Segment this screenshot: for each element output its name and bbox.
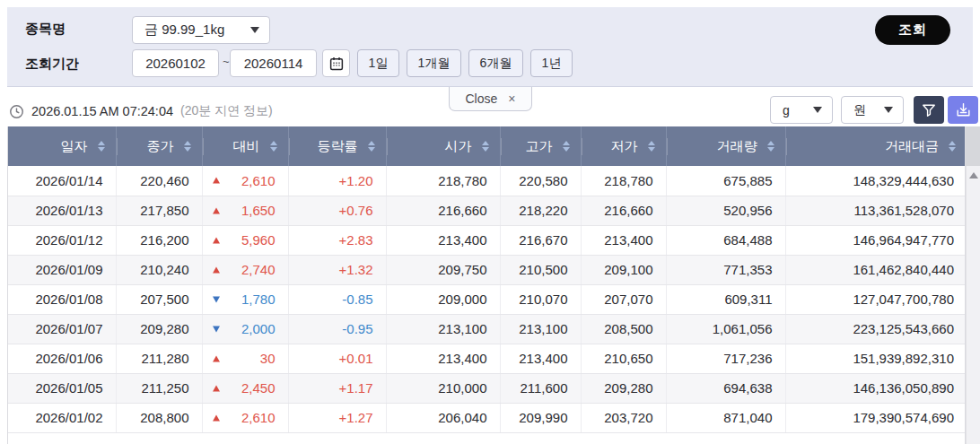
cell-rate: +1.32 [288, 255, 386, 284]
table-row: 2026/01/13217,8501,650+0.76216,660218,22… [8, 196, 966, 225]
cell-change: 1,780 [202, 284, 288, 314]
cell-change: 2,000 [202, 314, 288, 344]
close-icon[interactable]: × [508, 92, 515, 105]
column-header-rate[interactable]: 등락률 [288, 126, 386, 166]
table-row: 2026/01/07209,2802,000-0.95213,100213,10… [8, 314, 966, 344]
column-header-amount[interactable]: 거래대금 [785, 126, 966, 166]
cell-change: 2,610 [202, 403, 288, 432]
search-button[interactable]: 조회 [875, 15, 950, 45]
sort-icon[interactable] [98, 141, 105, 152]
cell-volume: 675,885 [666, 166, 785, 196]
column-header-volume[interactable]: 거래량 [666, 126, 785, 166]
cell-volume: 771,353 [666, 255, 785, 284]
cell-amount: 161,462,840,440 [785, 255, 966, 284]
cell-high: 213,100 [500, 314, 581, 344]
close-tab[interactable]: Close × [449, 87, 532, 111]
cell-high: 210,070 [500, 284, 581, 314]
cell-high: 213,400 [500, 344, 581, 373]
cell-date: 2026/01/12 [8, 225, 116, 255]
cell-low: 218,780 [581, 166, 666, 196]
table-row: 2026/01/02208,8002,610+1.27206,040209,99… [8, 403, 966, 432]
currency-unit-value: 원 [853, 102, 866, 118]
sort-icon[interactable] [949, 141, 956, 152]
table-header-row: 일자종가대비등락률시가고가저가거래량거래대금 [8, 126, 966, 166]
column-header-low[interactable]: 저가 [581, 126, 666, 166]
cell-high: 216,670 [500, 225, 581, 255]
query-form-panel: 종목명 금 99.99_1kg 조회 조회기간 ~ 1일 1개월 [7, 7, 973, 87]
cell-rate: +2.83 [288, 225, 386, 255]
period-1day-button[interactable]: 1일 [357, 49, 399, 77]
cell-volume: 684,488 [666, 225, 785, 255]
table-scrollbar[interactable] [966, 126, 980, 444]
cell-rate: -0.85 [288, 284, 386, 314]
date-from-input[interactable] [132, 49, 219, 77]
currency-unit-select[interactable]: 원 [841, 96, 904, 124]
cell-low: 209,100 [581, 255, 666, 284]
cell-open: 209,750 [386, 255, 500, 284]
cell-close: 209,280 [116, 314, 202, 344]
cell-date: 2026/01/07 [8, 314, 116, 344]
cell-amount: 127,047,700,780 [785, 284, 966, 314]
up-triangle-icon [213, 207, 220, 213]
period-1year-button[interactable]: 1년 [530, 49, 573, 77]
column-header-close[interactable]: 종가 [116, 126, 202, 166]
table-row: 2026/01/06211,28030+0.01213,400213,40021… [8, 344, 966, 373]
date-to-input[interactable] [230, 49, 317, 77]
cell-open: 213,400 [386, 344, 500, 373]
cell-date: 2026/01/02 [8, 403, 116, 432]
column-label: 종가 [147, 138, 174, 155]
filter-button[interactable] [914, 96, 944, 124]
cell-rate: +0.01 [288, 344, 386, 373]
scroll-up-icon[interactable] [969, 172, 978, 178]
period-6month-button[interactable]: 6개월 [468, 49, 523, 77]
cell-low: 207,070 [581, 284, 666, 314]
cell-volume: 694,638 [666, 373, 785, 403]
cell-rate: +0.76 [288, 196, 386, 225]
item-select[interactable]: 금 99.99_1kg [132, 16, 270, 44]
item-name-label: 종목명 [25, 21, 66, 38]
cell-volume: 520,956 [666, 196, 785, 225]
chevron-down-icon [813, 107, 822, 113]
download-button[interactable] [948, 96, 978, 124]
column-label: 거래량 [717, 138, 757, 155]
column-label: 대비 [233, 138, 260, 155]
cell-open: 213,100 [386, 314, 500, 344]
column-header-date[interactable]: 일자 [8, 126, 116, 166]
up-triangle-icon [213, 414, 220, 421]
item-select-value: 금 99.99_1kg [144, 22, 224, 39]
sort-icon[interactable] [648, 141, 655, 152]
clock-icon [9, 104, 24, 119]
sort-icon[interactable] [270, 141, 277, 152]
weight-unit-select[interactable]: g [770, 96, 833, 124]
calendar-icon [328, 56, 345, 72]
cell-close: 217,850 [116, 196, 202, 225]
table-row: 2026/01/12216,2005,960+2.83213,400216,67… [8, 225, 966, 255]
cell-close: 207,500 [116, 284, 202, 314]
close-tab-label: Close [466, 91, 498, 106]
up-triangle-icon [213, 355, 220, 361]
price-table: 일자종가대비등락률시가고가저가거래량거래대금 2026/01/14220,460… [7, 126, 966, 444]
column-label: 등락률 [318, 138, 358, 155]
chevron-down-icon [250, 27, 259, 33]
sort-icon[interactable] [767, 141, 774, 152]
scrollbar-track[interactable] [966, 166, 980, 444]
cell-low: 210,650 [581, 344, 666, 373]
cell-rate: +1.27 [288, 403, 386, 432]
cell-date: 2026/01/06 [8, 344, 116, 373]
column-header-change[interactable]: 대비 [202, 126, 288, 166]
cell-open: 216,660 [386, 196, 500, 225]
up-triangle-icon [213, 237, 220, 243]
cell-close: 210,240 [116, 255, 202, 284]
calendar-button[interactable] [322, 49, 350, 77]
sort-icon[interactable] [482, 141, 489, 152]
up-triangle-icon [213, 178, 220, 184]
sort-icon[interactable] [184, 141, 191, 152]
sort-icon[interactable] [368, 141, 375, 152]
column-label: 시가 [445, 138, 472, 155]
cell-amount: 223,125,543,660 [785, 314, 966, 344]
period-1month-button[interactable]: 1개월 [407, 49, 461, 77]
sort-icon[interactable] [563, 141, 570, 152]
column-header-open[interactable]: 시가 [386, 126, 500, 166]
column-header-high[interactable]: 고가 [500, 126, 581, 166]
cell-rate: +1.17 [288, 373, 386, 403]
